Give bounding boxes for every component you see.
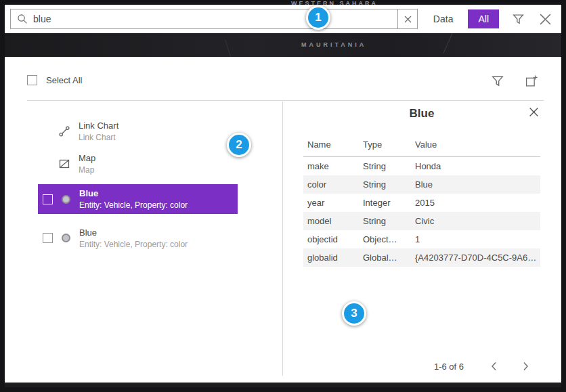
- detail-title: Blue: [303, 107, 540, 121]
- data-toggle-button[interactable]: Data: [431, 11, 456, 27]
- column-header-value: Value: [411, 135, 540, 157]
- table-row: model String Civic: [303, 212, 540, 230]
- map-background: [5, 33, 561, 57]
- chevron-left-icon: [491, 361, 498, 372]
- cell-value: Blue: [411, 175, 540, 194]
- cell-value: Civic: [411, 212, 540, 230]
- select-all-checkbox[interactable]: [27, 75, 37, 85]
- cell-type: String: [359, 212, 411, 230]
- detail-panel: Blue Name Type Value make String Honda: [303, 107, 540, 267]
- close-search-button[interactable]: [538, 12, 553, 27]
- column-header-type: Type: [359, 135, 411, 157]
- search-box: [10, 9, 418, 29]
- table-header-row: Name Type Value: [303, 135, 540, 157]
- select-all-label: Select All: [46, 75, 82, 85]
- panel-actions: [490, 73, 540, 89]
- entity-circle-icon: [62, 195, 70, 204]
- detail-close-button[interactable]: [527, 106, 540, 118]
- entity-circle-icon: [62, 234, 70, 242]
- search-results-panel: Select All: [5, 57, 561, 383]
- cell-name: objectid: [303, 230, 359, 248]
- annotation-badge-3: 3: [342, 301, 366, 326]
- add-icon: [525, 74, 538, 87]
- table-row: objectid Object… 1: [303, 230, 540, 248]
- app-window: WESTERN SAHARA Data All: [0, 0, 566, 392]
- map-borderline: [443, 33, 494, 57]
- list-item-map[interactable]: Map Map: [38, 148, 238, 180]
- filter-icon: [513, 14, 524, 25]
- clear-search-button[interactable]: [397, 9, 417, 28]
- map-icon: [59, 158, 70, 169]
- item-checkbox[interactable]: [43, 194, 53, 204]
- pagination-label: 1-6 of 6: [434, 362, 464, 372]
- list-detail-divider: [282, 102, 283, 376]
- table-row: globalid Global… {A4203777-D70D-4C5C-9A6…: [303, 248, 540, 267]
- list-item-title: Blue: [79, 227, 188, 238]
- cell-value: 1: [411, 230, 540, 248]
- chevron-right-icon: [522, 361, 529, 372]
- list-item-title: Link Chart: [79, 121, 118, 131]
- link-chart-icon: [59, 126, 70, 137]
- previous-page-button[interactable]: [487, 360, 502, 373]
- cell-name: color: [303, 175, 359, 194]
- select-all-control: Select All: [27, 75, 82, 85]
- column-header-name: Name: [303, 135, 359, 157]
- map-borderline: [225, 33, 259, 57]
- list-item-blue-selected[interactable]: Blue Entity: Vehicle, Property: color: [38, 184, 238, 214]
- cell-value: {A4203777-D70D-4C5C-9A65-C…: [411, 248, 540, 267]
- close-icon: [529, 107, 539, 117]
- cell-type: Global…: [359, 248, 411, 267]
- list-item-subtitle: Entity: Vehicle, Property: color: [79, 240, 188, 249]
- results-filter-button[interactable]: [490, 74, 505, 89]
- list-item-title: Blue: [79, 188, 188, 199]
- list-item-subtitle: Entity: Vehicle, Property: color: [79, 200, 188, 210]
- search-input[interactable]: [33, 14, 397, 24]
- cell-name: make: [303, 157, 359, 176]
- table-row: year Integer 2015: [303, 194, 540, 212]
- item-checkbox[interactable]: [43, 233, 53, 243]
- search-toolbar-actions: Data All: [431, 9, 553, 28]
- annotation-badge-2: 2: [227, 133, 251, 157]
- filter-icon: [492, 75, 504, 87]
- properties-table: Name Type Value make String Honda color …: [303, 135, 540, 267]
- cell-name: year: [303, 194, 359, 212]
- list-item-title: Map: [79, 153, 95, 164]
- search-icon: [17, 14, 28, 24]
- cell-type: Object…: [359, 230, 411, 248]
- results-list: Link Chart Link Chart Map Map Blue: [38, 115, 238, 253]
- close-icon: [539, 13, 552, 26]
- add-selection-button[interactable]: [524, 73, 540, 89]
- list-item-texts: Blue Entity: Vehicle, Property: color: [79, 188, 188, 210]
- header-divider: [27, 100, 544, 101]
- list-item-texts: Link Chart Link Chart: [79, 121, 118, 142]
- filter-button[interactable]: [511, 12, 525, 26]
- list-item-texts: Map Map: [79, 153, 95, 175]
- cell-type: String: [359, 157, 411, 176]
- annotation-badge-1: 1: [306, 5, 330, 30]
- pagination: 1-6 of 6: [434, 360, 533, 373]
- cell-value: Honda: [411, 157, 540, 176]
- next-page-button[interactable]: [518, 360, 533, 373]
- clear-icon: [404, 16, 412, 23]
- list-item-subtitle: Link Chart: [79, 133, 118, 142]
- cell-type: String: [359, 175, 411, 194]
- list-item-link-chart[interactable]: Link Chart Link Chart: [38, 115, 238, 148]
- table-row: color String Blue: [303, 175, 540, 194]
- list-item-blue[interactable]: Blue Entity: Vehicle, Property: color: [38, 223, 238, 253]
- list-item-subtitle: Map: [79, 165, 95, 175]
- all-toggle-button[interactable]: All: [468, 9, 499, 28]
- cell-value: 2015: [411, 194, 540, 212]
- table-row: make String Honda: [303, 157, 540, 176]
- map-label-mauritania: MAURITANIA: [301, 41, 366, 48]
- map-background-bottom: [5, 383, 561, 387]
- list-item-texts: Blue Entity: Vehicle, Property: color: [79, 227, 188, 249]
- cell-type: Integer: [359, 194, 411, 212]
- search-toolbar: Data All: [5, 5, 561, 33]
- cell-name: globalid: [303, 248, 359, 267]
- cell-name: model: [303, 212, 359, 230]
